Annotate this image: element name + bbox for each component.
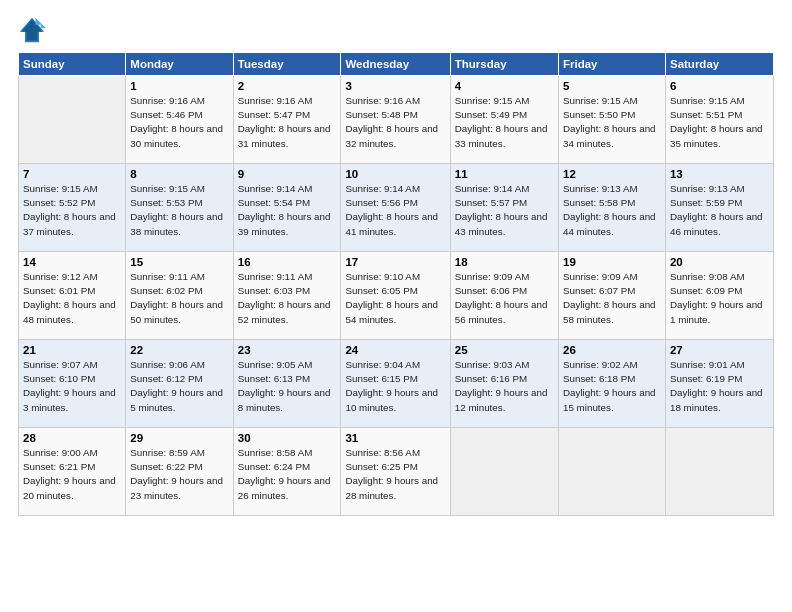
calendar-cell: 18Sunrise: 9:09 AMSunset: 6:06 PMDayligh… [450, 252, 558, 340]
calendar-cell: 26Sunrise: 9:02 AMSunset: 6:18 PMDayligh… [558, 340, 665, 428]
weekday-header: Wednesday [341, 53, 450, 76]
day-number: 10 [345, 168, 445, 180]
calendar-cell: 13Sunrise: 9:13 AMSunset: 5:59 PMDayligh… [665, 164, 773, 252]
day-number: 5 [563, 80, 661, 92]
day-info: Sunrise: 9:00 AMSunset: 6:21 PMDaylight:… [23, 446, 121, 503]
weekday-header: Thursday [450, 53, 558, 76]
day-number: 1 [130, 80, 228, 92]
calendar-cell: 6Sunrise: 9:15 AMSunset: 5:51 PMDaylight… [665, 76, 773, 164]
day-number: 28 [23, 432, 121, 444]
weekday-header: Tuesday [233, 53, 341, 76]
calendar-week-row: 7Sunrise: 9:15 AMSunset: 5:52 PMDaylight… [19, 164, 774, 252]
calendar-cell: 4Sunrise: 9:15 AMSunset: 5:49 PMDaylight… [450, 76, 558, 164]
day-info: Sunrise: 9:05 AMSunset: 6:13 PMDaylight:… [238, 358, 337, 415]
day-number: 15 [130, 256, 228, 268]
day-number: 20 [670, 256, 769, 268]
day-info: Sunrise: 8:59 AMSunset: 6:22 PMDaylight:… [130, 446, 228, 503]
calendar-cell [665, 428, 773, 516]
header [18, 16, 774, 44]
calendar-week-row: 28Sunrise: 9:00 AMSunset: 6:21 PMDayligh… [19, 428, 774, 516]
day-number: 9 [238, 168, 337, 180]
day-number: 17 [345, 256, 445, 268]
calendar-cell: 17Sunrise: 9:10 AMSunset: 6:05 PMDayligh… [341, 252, 450, 340]
day-info: Sunrise: 9:08 AMSunset: 6:09 PMDaylight:… [670, 270, 769, 327]
calendar-cell: 30Sunrise: 8:58 AMSunset: 6:24 PMDayligh… [233, 428, 341, 516]
logo-icon [18, 16, 46, 44]
day-info: Sunrise: 9:01 AMSunset: 6:19 PMDaylight:… [670, 358, 769, 415]
logo [18, 16, 50, 44]
calendar: SundayMondayTuesdayWednesdayThursdayFrid… [18, 52, 774, 516]
calendar-cell: 23Sunrise: 9:05 AMSunset: 6:13 PMDayligh… [233, 340, 341, 428]
calendar-cell: 10Sunrise: 9:14 AMSunset: 5:56 PMDayligh… [341, 164, 450, 252]
day-number: 13 [670, 168, 769, 180]
day-info: Sunrise: 9:16 AMSunset: 5:47 PMDaylight:… [238, 94, 337, 151]
day-number: 14 [23, 256, 121, 268]
calendar-cell: 5Sunrise: 9:15 AMSunset: 5:50 PMDaylight… [558, 76, 665, 164]
day-number: 7 [23, 168, 121, 180]
day-number: 2 [238, 80, 337, 92]
calendar-cell: 19Sunrise: 9:09 AMSunset: 6:07 PMDayligh… [558, 252, 665, 340]
calendar-body: 1Sunrise: 9:16 AMSunset: 5:46 PMDaylight… [19, 76, 774, 516]
day-number: 11 [455, 168, 554, 180]
day-number: 27 [670, 344, 769, 356]
day-info: Sunrise: 9:11 AMSunset: 6:02 PMDaylight:… [130, 270, 228, 327]
day-info: Sunrise: 9:14 AMSunset: 5:56 PMDaylight:… [345, 182, 445, 239]
day-info: Sunrise: 9:15 AMSunset: 5:51 PMDaylight:… [670, 94, 769, 151]
day-number: 12 [563, 168, 661, 180]
day-info: Sunrise: 9:10 AMSunset: 6:05 PMDaylight:… [345, 270, 445, 327]
day-number: 31 [345, 432, 445, 444]
day-number: 29 [130, 432, 228, 444]
day-info: Sunrise: 9:13 AMSunset: 5:59 PMDaylight:… [670, 182, 769, 239]
day-number: 25 [455, 344, 554, 356]
day-number: 24 [345, 344, 445, 356]
weekday-header: Sunday [19, 53, 126, 76]
day-info: Sunrise: 9:15 AMSunset: 5:52 PMDaylight:… [23, 182, 121, 239]
day-info: Sunrise: 9:09 AMSunset: 6:07 PMDaylight:… [563, 270, 661, 327]
day-number: 23 [238, 344, 337, 356]
calendar-cell: 21Sunrise: 9:07 AMSunset: 6:10 PMDayligh… [19, 340, 126, 428]
day-info: Sunrise: 9:12 AMSunset: 6:01 PMDaylight:… [23, 270, 121, 327]
calendar-cell: 22Sunrise: 9:06 AMSunset: 6:12 PMDayligh… [126, 340, 233, 428]
calendar-week-row: 14Sunrise: 9:12 AMSunset: 6:01 PMDayligh… [19, 252, 774, 340]
weekday-header: Saturday [665, 53, 773, 76]
calendar-cell: 12Sunrise: 9:13 AMSunset: 5:58 PMDayligh… [558, 164, 665, 252]
weekday-header: Monday [126, 53, 233, 76]
day-info: Sunrise: 9:11 AMSunset: 6:03 PMDaylight:… [238, 270, 337, 327]
day-info: Sunrise: 8:56 AMSunset: 6:25 PMDaylight:… [345, 446, 445, 503]
calendar-week-row: 21Sunrise: 9:07 AMSunset: 6:10 PMDayligh… [19, 340, 774, 428]
day-info: Sunrise: 9:04 AMSunset: 6:15 PMDaylight:… [345, 358, 445, 415]
day-info: Sunrise: 9:06 AMSunset: 6:12 PMDaylight:… [130, 358, 228, 415]
day-number: 3 [345, 80, 445, 92]
day-info: Sunrise: 9:13 AMSunset: 5:58 PMDaylight:… [563, 182, 661, 239]
calendar-cell: 15Sunrise: 9:11 AMSunset: 6:02 PMDayligh… [126, 252, 233, 340]
calendar-cell [19, 76, 126, 164]
calendar-cell: 31Sunrise: 8:56 AMSunset: 6:25 PMDayligh… [341, 428, 450, 516]
day-info: Sunrise: 9:02 AMSunset: 6:18 PMDaylight:… [563, 358, 661, 415]
day-number: 22 [130, 344, 228, 356]
calendar-cell: 9Sunrise: 9:14 AMSunset: 5:54 PMDaylight… [233, 164, 341, 252]
calendar-cell [450, 428, 558, 516]
day-info: Sunrise: 8:58 AMSunset: 6:24 PMDaylight:… [238, 446, 337, 503]
weekday-row: SundayMondayTuesdayWednesdayThursdayFrid… [19, 53, 774, 76]
calendar-cell: 2Sunrise: 9:16 AMSunset: 5:47 PMDaylight… [233, 76, 341, 164]
calendar-week-row: 1Sunrise: 9:16 AMSunset: 5:46 PMDaylight… [19, 76, 774, 164]
weekday-header: Friday [558, 53, 665, 76]
day-info: Sunrise: 9:16 AMSunset: 5:48 PMDaylight:… [345, 94, 445, 151]
day-info: Sunrise: 9:03 AMSunset: 6:16 PMDaylight:… [455, 358, 554, 415]
day-info: Sunrise: 9:15 AMSunset: 5:53 PMDaylight:… [130, 182, 228, 239]
day-number: 21 [23, 344, 121, 356]
day-info: Sunrise: 9:15 AMSunset: 5:50 PMDaylight:… [563, 94, 661, 151]
day-info: Sunrise: 9:14 AMSunset: 5:54 PMDaylight:… [238, 182, 337, 239]
calendar-cell: 8Sunrise: 9:15 AMSunset: 5:53 PMDaylight… [126, 164, 233, 252]
calendar-header: SundayMondayTuesdayWednesdayThursdayFrid… [19, 53, 774, 76]
calendar-cell: 16Sunrise: 9:11 AMSunset: 6:03 PMDayligh… [233, 252, 341, 340]
calendar-cell: 28Sunrise: 9:00 AMSunset: 6:21 PMDayligh… [19, 428, 126, 516]
calendar-cell: 14Sunrise: 9:12 AMSunset: 6:01 PMDayligh… [19, 252, 126, 340]
day-info: Sunrise: 9:09 AMSunset: 6:06 PMDaylight:… [455, 270, 554, 327]
calendar-cell: 7Sunrise: 9:15 AMSunset: 5:52 PMDaylight… [19, 164, 126, 252]
day-number: 19 [563, 256, 661, 268]
day-number: 6 [670, 80, 769, 92]
calendar-cell: 24Sunrise: 9:04 AMSunset: 6:15 PMDayligh… [341, 340, 450, 428]
day-number: 18 [455, 256, 554, 268]
calendar-cell [558, 428, 665, 516]
